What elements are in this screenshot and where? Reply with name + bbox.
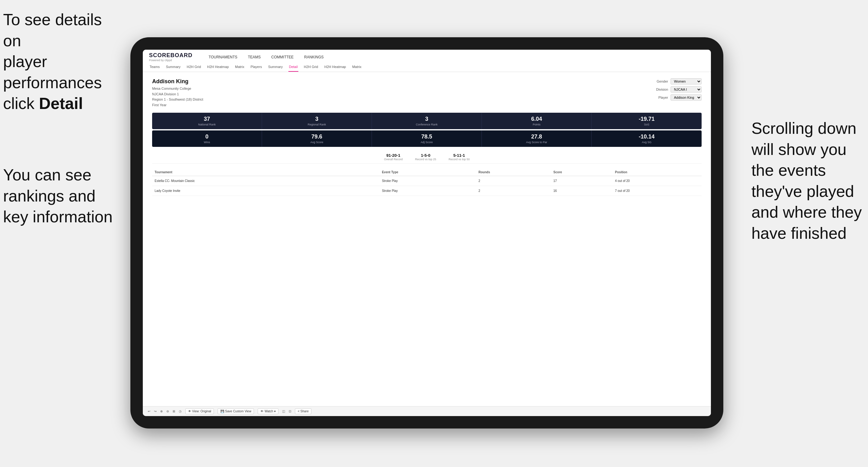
stat-avg-score-value: 79.6 (266, 133, 367, 140)
stat-conference-rank-label: Conference Rank (376, 123, 477, 126)
score-1: 17 (551, 176, 613, 186)
annotation-r-line2: will show you (751, 141, 846, 158)
toolbar-icon3[interactable]: ⊞ (173, 410, 175, 413)
record-top25-label: Record vs top 25 (415, 158, 436, 161)
player-name: Addison King (152, 78, 203, 85)
record-top25: 1-5-0 Record vs top 25 (415, 153, 436, 161)
stat-sos: -19.71 SoS (592, 113, 702, 129)
sub-nav-h2hgrid2[interactable]: H2H Grid (303, 64, 319, 72)
toolbar-icon1[interactable]: ⊕ (160, 410, 163, 413)
tournament-table: Tournament Event Type Rounds Score Posit… (152, 168, 702, 196)
stat-sos-value: -19.71 (596, 116, 697, 122)
player-year: First Year (152, 102, 203, 108)
rounds-1: 2 (476, 176, 551, 186)
col-empty (357, 168, 380, 176)
tournament-name-2: Lady Coyote Invite (152, 186, 357, 196)
record-top25-value: 1-5-0 (415, 153, 436, 158)
toolbar-icon2[interactable]: ⊖ (166, 410, 169, 413)
col-score: Score (551, 168, 613, 176)
sub-nav-summary2[interactable]: Summary (268, 64, 283, 72)
gender-select[interactable]: Women Men (671, 78, 702, 85)
annotation-bl-line1: You can see (3, 166, 91, 184)
table-header-row: Tournament Event Type Rounds Score Posit… (152, 168, 702, 176)
stat-wins: 0 Wins (152, 130, 262, 147)
stat-avg-score-par-value: 27.8 (486, 133, 587, 140)
player-select[interactable]: Addison King (671, 94, 702, 101)
nav-rankings[interactable]: RANKINGS (304, 54, 324, 61)
toolbar-redo-icon[interactable]: ↪ (154, 410, 156, 413)
main-content: Addison King Mesa Community College NJCA… (143, 72, 711, 406)
stat-regional-rank: 3 Regional Rank (262, 113, 372, 129)
stat-avg-sg-value: -10.14 (596, 133, 697, 140)
stat-regional-rank-label: Regional Rank (266, 123, 367, 126)
annotation-r-line6: have finished (751, 224, 846, 242)
division-label: Division (656, 88, 668, 91)
table-row: Estella CC- Mountain Classic Stroke Play… (152, 176, 702, 186)
stat-avg-sg: -10.14 Avg SG (592, 130, 702, 147)
sub-nav-h2hheatmap2[interactable]: H2H Heatmap (324, 64, 347, 72)
sub-nav-teams[interactable]: Teams (149, 64, 160, 72)
annotation-r-line5: and where they (751, 203, 862, 221)
player-header: Addison King Mesa Community College NJCA… (152, 78, 702, 108)
stat-national-rank-label: National Rank (156, 123, 257, 126)
toolbar-icon4[interactable]: ◷ (179, 410, 182, 413)
position-2: 7 out of 20 (613, 186, 702, 196)
player-school: Mesa Community College (152, 86, 203, 92)
rounds-2: 2 (476, 186, 551, 196)
stat-avg-score: 79.6 Avg Score (262, 130, 372, 147)
stat-avg-score-label: Avg Score (266, 141, 367, 144)
record-overall-value: 91-20-1 (384, 153, 403, 158)
player-division: NJCAA Division 1 (152, 92, 203, 97)
watch-button[interactable]: 👁 Watch ▾ (258, 408, 278, 414)
filter-gender-row: Gender Women Men (657, 78, 702, 85)
stat-adj-score-label: Adj Score (376, 141, 477, 144)
sub-nav-detail[interactable]: Detail (288, 64, 298, 72)
sub-nav: Teams Summary H2H Grid H2H Heatmap Matri… (149, 64, 705, 72)
event-type-2: Stroke Play (379, 186, 476, 196)
annotation-line1: To see details on (3, 10, 102, 50)
player-info: Addison King Mesa Community College NJCA… (152, 78, 203, 108)
stats-grid-row2: 0 Wins 79.6 Avg Score 78.5 Adj Score 27.… (152, 130, 702, 147)
logo-area: SCOREBOARD Powered by clippd (149, 52, 192, 62)
stat-adj-score-value: 78.5 (376, 133, 477, 140)
save-custom-view-button[interactable]: 💾 Save Custom View (218, 408, 254, 414)
toolbar-undo-icon[interactable]: ↩ (148, 410, 150, 413)
annotation-right: Scrolling down will show you the events … (751, 118, 862, 244)
record-top50-label: Record vs top 50 (448, 158, 470, 161)
stat-conference-rank-value: 3 (376, 116, 477, 122)
record-overall: 91-20-1 Overall Record (384, 153, 403, 161)
player-region: Region 1 - Southwest (18) District (152, 97, 203, 102)
record-overall-label: Overall Record (384, 158, 403, 161)
col-event-type: Event Type (379, 168, 476, 176)
top-nav: SCOREBOARD Powered by clippd TOURNAMENTS… (143, 50, 711, 72)
col-tournament: Tournament (152, 168, 357, 176)
stat-points: 6.04 Points (482, 113, 592, 129)
toolbar-icon6[interactable]: ⊡ (289, 410, 291, 413)
sub-nav-summary[interactable]: Summary (165, 64, 181, 72)
sub-nav-players[interactable]: Players (250, 64, 262, 72)
filter-player-row: Player Addison King (658, 94, 702, 101)
nav-teams[interactable]: TEAMS (247, 54, 261, 61)
sub-nav-matrix[interactable]: Matrix (235, 64, 245, 72)
stat-avg-score-par-label: Avg Score to Par (486, 141, 587, 144)
annotation-r-line3: the events (751, 161, 826, 179)
nav-tournaments[interactable]: TOURNAMENTS (208, 54, 238, 61)
sub-nav-h2hheatmap[interactable]: H2H Heatmap (207, 64, 229, 72)
stat-wins-label: Wins (156, 141, 257, 144)
stat-national-rank-value: 37 (156, 116, 257, 122)
sub-nav-h2hgrid[interactable]: H2H Grid (186, 64, 202, 72)
tablet-screen: SCOREBOARD Powered by clippd TOURNAMENTS… (143, 50, 711, 416)
annotation-r-line1: Scrolling down (751, 119, 856, 137)
record-top50-value: 5-11-1 (448, 153, 470, 158)
stat-avg-sg-label: Avg SG (596, 141, 697, 144)
toolbar-icon5[interactable]: ◫ (282, 410, 285, 413)
sub-nav-matrix2[interactable]: Matrix (351, 64, 362, 72)
nav-committee[interactable]: COMMITTEE (271, 54, 294, 61)
logo-sub: Powered by clippd (149, 59, 192, 62)
stat-points-value: 6.04 (486, 116, 587, 122)
position-1: 4 out of 20 (613, 176, 702, 186)
share-button[interactable]: < Share (295, 408, 311, 414)
view-original-button[interactable]: 👁 View: Original (185, 408, 214, 414)
division-select[interactable]: NJCAA I NJCAA II (671, 86, 702, 93)
col-position: Position (613, 168, 702, 176)
